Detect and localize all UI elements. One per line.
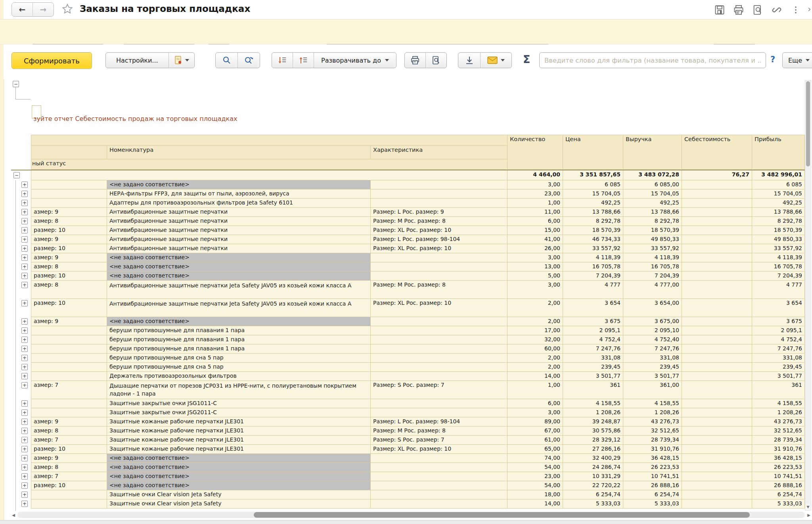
row-expand-button[interactable]: +: [21, 346, 28, 352]
cell-nomenclature[interactable]: НЕРА-фильтры FFP3, для защиты от пыли, а…: [107, 189, 371, 199]
cell-revenue[interactable]: 331,08: [623, 354, 682, 363]
cell-profit[interactable]: 10 741,51: [752, 472, 805, 481]
cell-nomenclature[interactable]: <не задано соответствие>: [107, 472, 371, 481]
cell-group[interactable]: азмер: 9: [31, 417, 107, 426]
more-menu-icon[interactable]: [789, 4, 802, 16]
cell-price[interactable]: 4 158,55: [563, 399, 623, 408]
row-expand-button[interactable]: +: [21, 446, 28, 452]
cell-characteristic[interactable]: [371, 189, 508, 199]
cell-revenue[interactable]: 2 095,10: [623, 326, 682, 335]
print-icon[interactable]: [732, 4, 745, 16]
row-expand-button[interactable]: +: [21, 409, 28, 416]
cell-price[interactable]: 7 247,76: [563, 344, 623, 354]
cell-profit[interactable]: 5 333,03: [752, 499, 805, 509]
cell-profit[interactable]: 1 208,26: [752, 408, 805, 417]
cell-characteristic[interactable]: Размер: XL Рос. размер: 10: [371, 445, 508, 454]
cell-revenue[interactable]: 10 741,51: [623, 472, 682, 481]
cell-revenue[interactable]: 1 208,26: [623, 408, 682, 417]
clipped-chevron-icon[interactable]: ›: [808, 4, 812, 14]
cell-nomenclature[interactable]: <не задано соответствие>: [107, 481, 371, 490]
table-row[interactable]: +<не задано соответствие>3,006 0856 085,…: [11, 180, 805, 189]
cell-group[interactable]: [31, 335, 107, 344]
cell-characteristic[interactable]: [371, 354, 508, 363]
cell-group[interactable]: азмер: 7: [31, 381, 107, 399]
scroll-down-arrow[interactable]: ▼: [805, 504, 811, 510]
cell-characteristic[interactable]: Размер: S Рос. размер: 7: [371, 436, 508, 445]
cell-cost[interactable]: [682, 445, 752, 454]
cell-price[interactable]: 492,25: [563, 199, 623, 208]
totals-row[interactable]: − 4 464,00 3 351 857,65 3 483 072,28 76,…: [11, 170, 805, 180]
header-revenue[interactable]: Выручка: [623, 135, 682, 170]
row-expand-button[interactable]: +: [21, 491, 28, 498]
cell-qty[interactable]: 23,00: [508, 472, 563, 481]
header-price[interactable]: Цена: [563, 135, 623, 170]
cell-price[interactable]: 5 333,03: [563, 499, 623, 509]
table-row[interactable]: +беруши противошумные для сна 5 пар2,003…: [11, 354, 805, 363]
cell-nomenclature[interactable]: Держатель противоаэрозольных фильтров: [107, 372, 371, 381]
cell-cost[interactable]: [682, 399, 752, 408]
row-expand-button[interactable]: +: [21, 337, 28, 343]
table-row[interactable]: +беруши противошумные для плавания 1 пар…: [11, 326, 805, 335]
cell-cost[interactable]: [682, 481, 752, 490]
totals-revenue[interactable]: 3 483 072,28: [623, 170, 682, 180]
cell-qty[interactable]: 54,00: [508, 481, 563, 490]
cell-qty[interactable]: 54,00: [508, 463, 563, 472]
cell-profit[interactable]: 331,08: [752, 354, 805, 363]
cell-profit[interactable]: 49 850,33: [752, 235, 805, 244]
row-expand-button[interactable]: +: [21, 400, 28, 407]
cell-revenue[interactable]: 7 247,76: [623, 344, 682, 354]
cell-price[interactable]: 1 208,26: [563, 408, 623, 417]
cell-qty[interactable]: 65,00: [508, 445, 563, 454]
scroll-left-arrow[interactable]: ◀: [11, 513, 16, 517]
cell-cost[interactable]: [682, 381, 752, 399]
help-button[interactable]: ?: [770, 55, 775, 64]
cell-profit[interactable]: 4 777: [752, 281, 805, 299]
cell-characteristic[interactable]: Размер: XL Рос. размер: 10: [371, 244, 508, 253]
cell-price[interactable]: 6 085: [563, 180, 623, 189]
cell-qty[interactable]: 1,00: [508, 199, 563, 208]
cell-qty[interactable]: 2,00: [508, 354, 563, 363]
settings-button[interactable]: Настройки...: [106, 53, 169, 68]
cell-group[interactable]: азмер: 7: [31, 472, 107, 481]
row-expand-button[interactable]: +: [21, 200, 28, 206]
cell-profit[interactable]: 2 095,1: [752, 326, 805, 335]
report-variants-button[interactable]: [169, 53, 194, 68]
cell-characteristic[interactable]: [371, 180, 508, 189]
cell-profit[interactable]: 31 910,76: [752, 445, 805, 454]
cell-qty[interactable]: 1,00: [508, 381, 563, 399]
cell-revenue[interactable]: 3 654,00: [623, 299, 682, 317]
cell-price[interactable]: 7 204,39: [563, 272, 623, 281]
cell-nomenclature[interactable]: <не задано соответствие>: [107, 180, 371, 189]
cell-price[interactable]: 4 777: [563, 281, 623, 299]
table-row[interactable]: +азмер: 9<не задано соответствие>2,003 6…: [11, 317, 805, 326]
collapse-rows-button[interactable]: [293, 53, 314, 68]
cell-profit[interactable]: 3 675: [752, 317, 805, 326]
cell-revenue[interactable]: 3 675,00: [623, 317, 682, 326]
table-row[interactable]: +Защитные закрытые очки JSG1011-C6,004 1…: [11, 399, 805, 408]
cell-group[interactable]: размер: 10: [31, 244, 107, 253]
cell-group[interactable]: азмер: 9: [31, 454, 107, 463]
cell-group[interactable]: [31, 399, 107, 408]
cell-profit[interactable]: 7 204,39: [752, 272, 805, 281]
cell-group[interactable]: азмер: 8: [31, 217, 107, 226]
cell-revenue[interactable]: 361,00: [623, 381, 682, 399]
cell-group[interactable]: азмер: 9: [31, 253, 107, 262]
table-row[interactable]: +Защитные очки Clear vision Jeta Safety1…: [11, 499, 805, 509]
cell-price[interactable]: 6 254,74: [563, 490, 623, 499]
cell-qty[interactable]: 6,00: [508, 399, 563, 408]
preview-icon[interactable]: [751, 4, 764, 16]
print-button[interactable]: [405, 53, 425, 68]
cell-revenue[interactable]: 36 428,15: [623, 454, 682, 463]
table-row[interactable]: +азмер: 8<не задано соответствие>13,0016…: [11, 262, 805, 272]
cell-revenue[interactable]: 43 276,73: [623, 417, 682, 426]
cell-qty[interactable]: 89,00: [508, 417, 563, 426]
cell-revenue[interactable]: 31 910,76: [623, 445, 682, 454]
cell-qty[interactable]: 3,00: [508, 180, 563, 189]
cell-qty[interactable]: 15,00: [508, 226, 563, 235]
cell-revenue[interactable]: 6 254,74: [623, 490, 682, 499]
cell-cost[interactable]: [682, 244, 752, 253]
table-row[interactable]: +азмер: 8Антивибрационные защитные перча…: [11, 217, 805, 226]
link-icon[interactable]: [770, 4, 783, 16]
cell-revenue[interactable]: 13 788,66: [623, 208, 682, 217]
row-expand-button[interactable]: +: [21, 191, 28, 197]
